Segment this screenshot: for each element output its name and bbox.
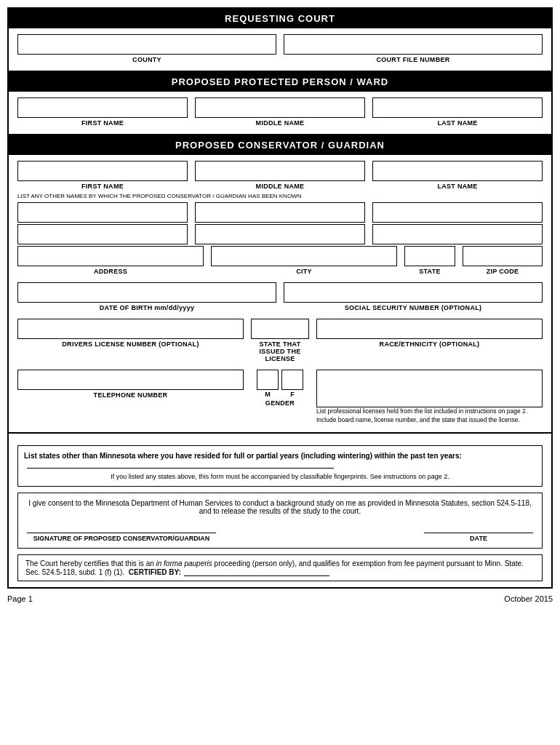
dob-group: DATE OF BIRTH mm/dd/yyyy: [17, 282, 276, 311]
other-name-1a-input[interactable]: [17, 202, 188, 223]
other-name-row-2: [17, 224, 543, 244]
telephone-label: TELEPHONE NUMBER: [17, 391, 244, 399]
certified-line[interactable]: [184, 567, 329, 576]
pp-first-name-group: FIRST NAME: [17, 97, 188, 127]
conservator-header: PROPOSED CONSERVATOR / GUARDIAN: [9, 135, 551, 155]
cg-last-name-input[interactable]: [372, 161, 543, 181]
consent-text: I give consent to the Minnesota Departme…: [27, 499, 533, 515]
requesting-court-title: REQUESTING COURT: [225, 13, 335, 24]
cert-italic: in forma pauperis: [156, 559, 212, 567]
pp-last-name-label: LAST NAME: [372, 119, 543, 127]
address-group: ADDRESS: [17, 246, 204, 275]
cg-first-name-input[interactable]: [17, 161, 188, 181]
other-name-1c-group: [372, 202, 543, 223]
other-name-1a-group: [17, 202, 188, 223]
cg-last-name-group: LAST NAME: [372, 161, 543, 190]
other-name-2b-input[interactable]: [195, 224, 365, 244]
requesting-court-row: COUNTY COURT FILE NUMBER: [17, 34, 543, 63]
gender-m-label: M: [257, 391, 279, 398]
protected-person-header: PROPOSED PROTECTED PERSON / WARD: [9, 72, 551, 92]
license-row: DRIVERS LICENSE NUMBER (OPTIONAL) STATE …: [17, 319, 543, 362]
pp-last-name-input[interactable]: [372, 97, 543, 118]
court-file-label: COURT FILE NUMBER: [284, 56, 543, 63]
state-issued-input[interactable]: [251, 319, 309, 339]
cg-middle-name-input[interactable]: [195, 161, 365, 181]
gender-label-row: M F: [257, 391, 303, 398]
ssn-group: SOCIAL SECURITY NUMBER (OPTIONAL): [284, 282, 543, 311]
other-name-2b-group: [195, 224, 365, 244]
cg-middle-name-label: MIDDLE NAME: [195, 183, 365, 190]
pp-middle-name-input[interactable]: [195, 97, 365, 118]
other-name-1b-input[interactable]: [195, 202, 365, 223]
states-resided-bold: List states other than Minnesota where y…: [24, 452, 462, 460]
state-group: STATE: [404, 246, 455, 275]
conservator-name-row: FIRST NAME MIDDLE NAME LAST NAME: [17, 161, 543, 190]
dob-input[interactable]: [17, 282, 276, 303]
county-input[interactable]: [17, 34, 276, 55]
drivers-license-input[interactable]: [17, 319, 244, 339]
other-name-1c-input[interactable]: [372, 202, 543, 223]
other-name-2c-input[interactable]: [372, 224, 543, 244]
gender-group: M F GENDER: [251, 370, 309, 407]
state-input[interactable]: [404, 246, 455, 266]
requesting-court-header: REQUESTING COURT: [9, 9, 551, 28]
race-label: RACE/ETHNICITY (OPTIONAL): [316, 340, 543, 348]
states-line[interactable]: [27, 460, 334, 469]
race-input[interactable]: [316, 319, 543, 339]
city-group: CITY: [211, 246, 397, 275]
certified-label: CERTIFIED BY:: [129, 568, 181, 576]
cg-middle-name-group: MIDDLE NAME: [195, 161, 365, 190]
conservator-body: FIRST NAME MIDDLE NAME LAST NAME LIST AN…: [9, 155, 551, 434]
zip-input[interactable]: [463, 246, 543, 266]
consent-box: I give consent to the Minnesota Departme…: [17, 493, 543, 549]
professional-licenses-input[interactable]: [316, 370, 543, 407]
address-row: ADDRESS CITY STATE ZIP CODE: [17, 246, 543, 275]
form-container: REQUESTING COURT COUNTY COURT FILE NUMBE…: [7, 7, 553, 589]
signature-group: SIGNATURE OF PROPOSED CONSERVATOR/GUARDI…: [27, 524, 216, 542]
telephone-input[interactable]: [17, 370, 244, 390]
signature-line[interactable]: [27, 524, 216, 533]
signature-label: SIGNATURE OF PROPOSED CONSERVATOR/GUARDI…: [33, 535, 210, 542]
gender-f-input[interactable]: [281, 370, 303, 390]
other-name-2a-group: [17, 224, 188, 244]
other-name-2c-group: [372, 224, 543, 244]
footer: Page 1 October 2015: [7, 594, 553, 603]
city-input[interactable]: [211, 246, 397, 266]
ssn-label: SOCIAL SECURITY NUMBER (OPTIONAL): [284, 304, 543, 311]
court-file-input[interactable]: [284, 34, 543, 55]
states-resided-note: If you listed any states above, this for…: [24, 473, 536, 480]
other-name-2a-input[interactable]: [17, 224, 188, 244]
zip-label: ZIP CODE: [463, 268, 543, 275]
address-label: ADDRESS: [17, 268, 204, 275]
protected-person-title: PROPOSED PROTECTED PERSON / WARD: [172, 76, 389, 87]
gender-label: GENDER: [265, 399, 295, 407]
states-resided-text: List states other than Minnesota where y…: [24, 452, 536, 469]
conservator-title: PROPOSED CONSERVATOR / GUARDIAN: [175, 140, 385, 151]
other-names-note: LIST ANY OTHER NAMES BY WHICH THE PROPOS…: [17, 193, 543, 199]
gender-boxes: [257, 370, 303, 390]
court-file-field-group: COURT FILE NUMBER: [284, 34, 543, 63]
page-label: Page 1: [7, 594, 33, 603]
state-issued-label: STATE THAT ISSUED THE LICENSE: [251, 340, 309, 362]
states-resided-box: List states other than Minnesota where y…: [17, 445, 543, 487]
other-name-1b-group: [195, 202, 365, 223]
date-line[interactable]: [424, 524, 533, 533]
gender-m-input[interactable]: [257, 370, 279, 390]
pp-middle-name-label: MIDDLE NAME: [195, 119, 365, 127]
dob-ssn-row: DATE OF BIRTH mm/dd/yyyy SOCIAL SECURITY…: [17, 282, 543, 311]
zip-group: ZIP CODE: [463, 246, 543, 275]
pp-first-name-label: FIRST NAME: [17, 119, 188, 127]
cert-box: The Court hereby certifies that this is …: [17, 554, 543, 581]
date-group: DATE: [424, 524, 533, 542]
pp-first-name-input[interactable]: [17, 97, 188, 118]
state-label: STATE: [404, 268, 455, 275]
date-footer-label: October 2015: [504, 594, 553, 603]
address-input[interactable]: [17, 246, 204, 266]
requesting-court-body: COUNTY COURT FILE NUMBER: [9, 28, 551, 72]
ssn-input[interactable]: [284, 282, 543, 303]
protected-person-name-row: FIRST NAME MIDDLE NAME LAST NAME: [17, 97, 543, 127]
protected-person-body: FIRST NAME MIDDLE NAME LAST NAME: [9, 92, 551, 135]
signature-row: SIGNATURE OF PROPOSED CONSERVATOR/GUARDI…: [27, 524, 533, 542]
race-group: RACE/ETHNICITY (OPTIONAL): [316, 319, 543, 362]
county-label: COUNTY: [17, 56, 276, 63]
